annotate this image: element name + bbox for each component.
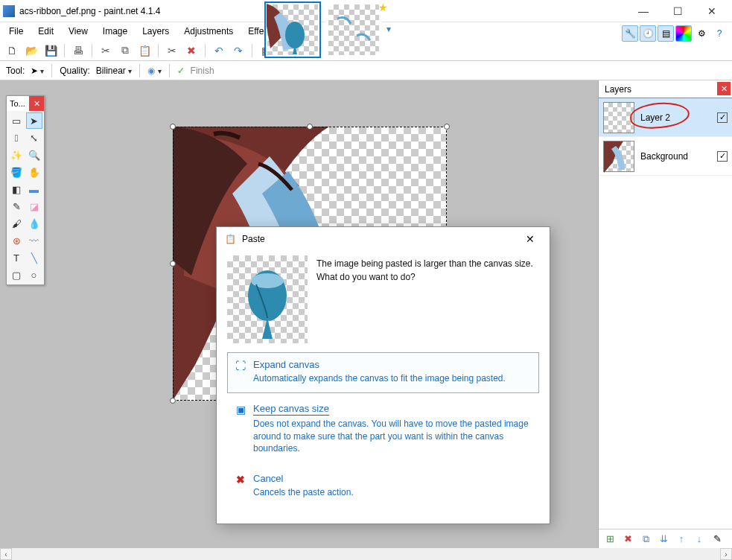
selection-handle[interactable] [170, 261, 176, 267]
layers-header[interactable]: Layers ✕ [599, 80, 732, 98]
layer-name-label: Layer 2 [640, 112, 711, 123]
tool-clone[interactable]: ⊛ [8, 232, 25, 249]
quality-label: Quality: [60, 66, 90, 76]
layer-row[interactable]: Layer 2 ✓ [599, 98, 732, 137]
toggle-history-icon[interactable]: 🕘 [640, 25, 656, 42]
finish-button[interactable]: Finish [191, 66, 214, 76]
tool-color-picker[interactable]: 💧 [26, 215, 42, 232]
save-icon[interactable]: 💾 [43, 43, 58, 58]
layer-visibility-checkbox[interactable]: ✓ [717, 151, 728, 162]
svg-point-0 [285, 22, 305, 48]
tool-rect-select[interactable]: ▭ [8, 112, 25, 129]
tool-gradient[interactable]: ◧ [8, 181, 25, 197]
deselect-icon[interactable]: ✖ [184, 43, 199, 58]
paste-dialog: 📋 Paste ✕ The image being pasted is larg… [216, 226, 550, 524]
maximize-button[interactable]: ☐ [661, 0, 695, 22]
doc-tab-1[interactable] [264, 1, 321, 58]
print-icon[interactable]: 🖶 [71, 43, 86, 58]
tool-magic-wand[interactable]: ✨ [8, 147, 25, 163]
layers-close-icon[interactable]: ✕ [717, 82, 731, 95]
close-button[interactable]: ✕ [695, 0, 729, 22]
help-icon[interactable]: ? [711, 25, 728, 42]
layers-panel: Layers ✕ Layer 2 ✓ Background ✓ ⊞ ✖ ⧉ ⇊ … [598, 80, 732, 548]
toggle-tools-icon[interactable]: 🔧 [622, 25, 638, 42]
tool-rectangle-shape[interactable]: ▢ [8, 267, 25, 283]
layer-name-label: Background [640, 151, 711, 162]
paste-icon[interactable]: 📋 [137, 43, 152, 58]
dialog-titlebar[interactable]: 📋 Paste ✕ [217, 227, 550, 251]
menu-file[interactable]: File [3, 24, 29, 39]
tool-pencil[interactable]: ✎ [8, 198, 25, 214]
option-expand-canvas[interactable]: ⛶ Expand canvas Automatically expands th… [227, 352, 539, 393]
tool-brush[interactable]: 🖌 [8, 215, 25, 232]
menu-adjustments[interactable]: Adjustments [178, 24, 239, 39]
selection-handle[interactable] [307, 124, 313, 130]
move-up-icon[interactable]: ↑ [675, 532, 688, 546]
selection-handle[interactable] [170, 124, 176, 130]
tool-recolor[interactable]: 〰 [26, 232, 42, 249]
tool-ellipse-shape[interactable]: ○ [26, 267, 42, 283]
dialog-preview-thumbnail [227, 255, 308, 343]
add-layer-icon[interactable]: ⊞ [603, 532, 617, 546]
settings-icon[interactable]: ⚙ [693, 25, 710, 42]
option-keep-canvas-size[interactable]: ▣ Keep canvas size Does not expand the c… [227, 396, 539, 463]
toggle-layers-icon[interactable]: ▤ [658, 25, 674, 42]
copy-icon[interactable]: ⧉ [118, 43, 133, 58]
crop-icon[interactable]: ✂ [165, 43, 179, 58]
doc-tab-2[interactable]: ★ [325, 1, 382, 58]
tool-label: Tool: [6, 66, 25, 76]
open-icon[interactable]: 📂 [24, 43, 39, 58]
quality-selector[interactable]: Bilinear ▾ [96, 66, 132, 76]
menu-image[interactable]: Image [97, 24, 133, 39]
paste-icon: 📋 [224, 233, 236, 245]
layer-visibility-checkbox[interactable]: ✓ [717, 112, 728, 123]
document-tabs: ★ ▾ [264, 1, 391, 64]
tool-text[interactable]: T [8, 249, 25, 266]
tools-window[interactable]: To... ✕ ▭ ➤ 𖦹 ⤡ ✨ 🔍 🪣 ✋ ◧ ▬ ✎ ◪ 🖌 💧 ⊛ 〰 … [6, 95, 45, 285]
menu-edit[interactable]: Edit [32, 24, 60, 39]
new-icon[interactable]: 🗋 [4, 43, 19, 58]
svg-point-2 [251, 273, 284, 288]
menu-view[interactable]: View [63, 24, 94, 39]
dialog-title-text: Paste [242, 234, 265, 244]
undo-icon[interactable]: ↶ [211, 43, 226, 58]
tool-line[interactable]: ╲ [26, 249, 42, 266]
duplicate-layer-icon[interactable]: ⧉ [639, 532, 652, 546]
minimize-button[interactable]: — [626, 0, 661, 22]
tools-window-close-icon[interactable]: ✕ [29, 96, 44, 111]
layer-thumbnail [603, 141, 634, 172]
workspace: To... ✕ ▭ ➤ 𖦹 ⤡ ✨ 🔍 🪣 ✋ ◧ ▬ ✎ ◪ 🖌 💧 ⊛ 〰 … [0, 80, 732, 548]
tool-lasso[interactable]: 𖦹 [8, 130, 25, 146]
tool-selector[interactable]: ➤ ▾ [31, 66, 44, 76]
tools-window-title[interactable]: To... ✕ [7, 96, 44, 111]
selection-handle[interactable] [170, 398, 176, 404]
selection-handle[interactable] [444, 124, 450, 130]
layer-row[interactable]: Background ✓ [599, 137, 732, 176]
menu-layers[interactable]: Layers [136, 24, 175, 39]
option-cancel[interactable]: ✖ Cancel Cancels the paste action. [227, 466, 539, 507]
scroll-left-icon[interactable]: ‹ [0, 548, 12, 560]
tool-move-selection[interactable]: ⤡ [26, 130, 42, 146]
tool-zoom[interactable]: 🔍 [26, 147, 42, 163]
sampling-icon[interactable]: ◉ ▾ [147, 66, 161, 76]
horizontal-scrollbar[interactable]: ‹ › [0, 548, 732, 560]
layer-properties-icon[interactable]: ✎ [710, 532, 724, 546]
modified-badge-icon: ★ [378, 1, 388, 13]
delete-layer-icon[interactable]: ✖ [621, 532, 634, 546]
move-down-icon[interactable]: ↓ [693, 532, 706, 546]
cut-icon[interactable]: ✂ [98, 43, 113, 58]
scroll-right-icon[interactable]: › [720, 548, 732, 560]
merge-down-icon[interactable]: ⇊ [657, 532, 670, 546]
tool-paint-bucket[interactable]: 🪣 [8, 164, 25, 180]
tool-move[interactable]: ➤ [26, 112, 42, 129]
tool-color-fill[interactable]: ▬ [26, 181, 42, 197]
tool-pan[interactable]: ✋ [26, 164, 42, 180]
toggle-colors-icon[interactable] [675, 25, 692, 42]
layers-toolbar: ⊞ ✖ ⧉ ⇊ ↑ ↓ ✎ [599, 529, 732, 548]
finish-check-icon: ✓ [177, 66, 185, 76]
tool-eraser[interactable]: ◪ [26, 198, 42, 214]
utility-window-toggles: 🔧 🕘 ▤ ⚙ ? [622, 25, 728, 42]
keep-icon: ▣ [234, 403, 247, 416]
dialog-close-button[interactable]: ✕ [518, 229, 542, 249]
redo-icon[interactable]: ↷ [231, 43, 246, 58]
